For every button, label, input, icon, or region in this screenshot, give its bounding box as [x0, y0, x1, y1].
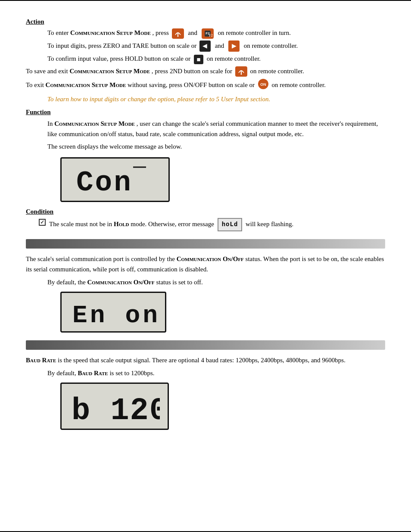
svg-text:F2: F2 [206, 31, 210, 35]
condition-text: The scale must not be in Hold mode. Othe… [49, 218, 293, 231]
action-title: Action [26, 18, 385, 25]
remote-left-arrow-icon: ◀ [199, 40, 211, 52]
condition-row: ✓ The scale must not be in Hold mode. Ot… [39, 218, 385, 231]
remote-btn-f2-icon: F2 [202, 28, 214, 39]
action-line2: To input digits, press ZERO and TARE but… [47, 40, 385, 52]
baud-rate-para1: Baud Rate is the speed that scale output… [26, 355, 385, 365]
svg-text:ON: ON [260, 82, 266, 87]
action-line3: To confirm input value, press HOLD butto… [47, 53, 385, 64]
comm-on-off-para1: The scale's serial communication port is… [26, 254, 385, 274]
remote-confirm-icon: ■ [194, 55, 203, 64]
comm-on-off-para2: By default, the Communication On/Off sta… [47, 277, 385, 287]
remote-exit-icon: ON [258, 78, 269, 90]
condition-title: Condition [26, 208, 385, 215]
action-line5: To exit Communication Setup Mode without… [26, 78, 385, 93]
action-line1: To enter Communication Setup Mode , pres… [47, 28, 385, 39]
function-title: Function [26, 109, 385, 116]
remote-save-icon [235, 66, 247, 77]
baud-rate-section-bar [26, 340, 385, 350]
comm-on-off-section-bar [26, 239, 385, 249]
action-line4: To save and exit Communication Setup Mod… [26, 66, 385, 77]
hold-display: hoLd [218, 218, 243, 231]
svg-point-3 [240, 74, 242, 75]
lcd-en-on-display: En on [60, 292, 166, 333]
function-para1: In Communication Setup Mode , user can c… [47, 118, 385, 139]
lcd-b1200-display: b 1200 [60, 383, 169, 430]
page: Action To enter Communication Setup Mode… [0, 0, 411, 532]
baud-rate-para2: By default, Baud Rate is set to 1200bps. [47, 368, 385, 378]
lcd-con-display: Con [60, 157, 170, 202]
svg-text:Con: Con [76, 167, 133, 194]
function-para2: The screen displays the welcome message … [47, 142, 385, 152]
checkbox-icon: ✓ [39, 219, 46, 226]
remote-btn1-icon [172, 28, 184, 39]
user-input-link: To learn how to input digits or change t… [47, 94, 385, 104]
svg-text:En  on: En on [72, 302, 156, 325]
remote-right-arrow-icon: ▶ [228, 40, 240, 52]
svg-point-0 [177, 35, 178, 37]
svg-text:b 1200: b 1200 [72, 393, 160, 423]
